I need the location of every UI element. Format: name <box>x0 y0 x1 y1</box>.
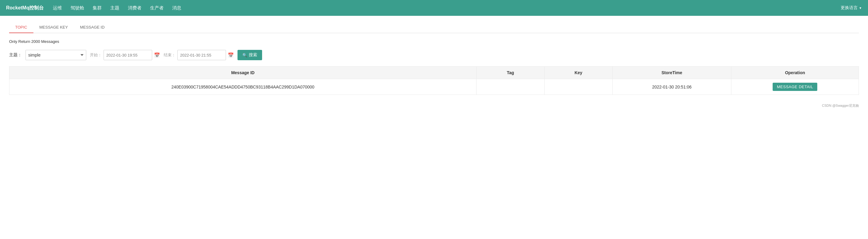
cell-key <box>545 79 613 95</box>
tab-message-id[interactable]: MESSAGE ID <box>74 22 111 33</box>
search-btn-label: 搜索 <box>249 52 257 58</box>
end-calendar-icon[interactable]: 📅 <box>228 52 234 58</box>
tab-topic[interactable]: TOPIC <box>9 22 33 33</box>
start-date-input[interactable] <box>103 50 152 60</box>
start-calendar-icon[interactable]: 📅 <box>154 52 160 58</box>
nav-item-xiaofeizhe[interactable]: 消费者 <box>128 4 142 12</box>
col-header-key: Key <box>545 67 613 79</box>
col-header-operation: Operation <box>731 67 859 79</box>
end-label: 结束： <box>164 52 176 58</box>
footer: CSDN @Swagger尼克杨 <box>0 101 868 110</box>
nav-brand: RocketMq控制台 <box>6 5 44 11</box>
col-header-msgid: Message ID <box>9 67 476 79</box>
messages-table: Message ID Tag Key StoreTime Operation 2… <box>9 66 859 95</box>
cell-operation: MESSAGE DETAIL <box>731 79 859 95</box>
col-header-tag: Tag <box>476 67 545 79</box>
nav-items: 运维 驾驶舱 集群 主题 消费者 生产者 消息 <box>53 4 841 12</box>
main-content: TOPIC MESSAGE KEY MESSAGE ID Only Return… <box>0 16 868 101</box>
nav-item-zhuti[interactable]: 主题 <box>110 4 119 12</box>
nav-item-jiashicang[interactable]: 驾驶舱 <box>70 4 84 12</box>
nav-lang-label: 更换语言 <box>841 5 858 11</box>
search-button[interactable]: 🔍 搜索 <box>238 50 262 60</box>
topic-label: 主题： <box>9 52 22 58</box>
notice-text: Only Return 2000 Messages <box>9 39 859 44</box>
start-date-field: 开始： 📅 <box>90 50 160 60</box>
search-row: 主题： simple 开始： 📅 结束： 📅 🔍 搜索 <box>9 50 859 60</box>
table-row: 240E03900C71958004CAE54ADDD4750BC93118B4… <box>9 79 859 95</box>
nav-item-shengchanzhe[interactable]: 生产者 <box>150 4 164 12</box>
cell-msgid: 240E03900C71958004CAE54ADDD4750BC93118B4… <box>9 79 476 95</box>
nav-item-xiaoxi[interactable]: 消息 <box>172 4 181 12</box>
col-header-storetime: StoreTime <box>612 67 731 79</box>
tab-message-key[interactable]: MESSAGE KEY <box>33 22 74 33</box>
nav-item-yunwei[interactable]: 运维 <box>53 4 62 12</box>
cell-tag <box>476 79 545 95</box>
start-label: 开始： <box>90 52 102 58</box>
search-icon: 🔍 <box>242 53 247 57</box>
tabs: TOPIC MESSAGE KEY MESSAGE ID <box>9 22 859 33</box>
nav-item-jiqun[interactable]: 集群 <box>93 4 102 12</box>
nav-lang[interactable]: 更换语言 ▼ <box>841 5 862 11</box>
end-date-field: 结束： 📅 <box>164 50 234 60</box>
message-detail-button[interactable]: MESSAGE DETAIL <box>773 83 817 91</box>
navbar: RocketMq控制台 运维 驾驶舱 集群 主题 消费者 生产者 消息 更换语言… <box>0 0 868 16</box>
cell-storetime: 2022-01-30 20:51:06 <box>612 79 731 95</box>
chevron-down-icon: ▼ <box>859 6 862 10</box>
end-date-input[interactable] <box>177 50 226 60</box>
topic-select[interactable]: simple <box>26 50 86 60</box>
